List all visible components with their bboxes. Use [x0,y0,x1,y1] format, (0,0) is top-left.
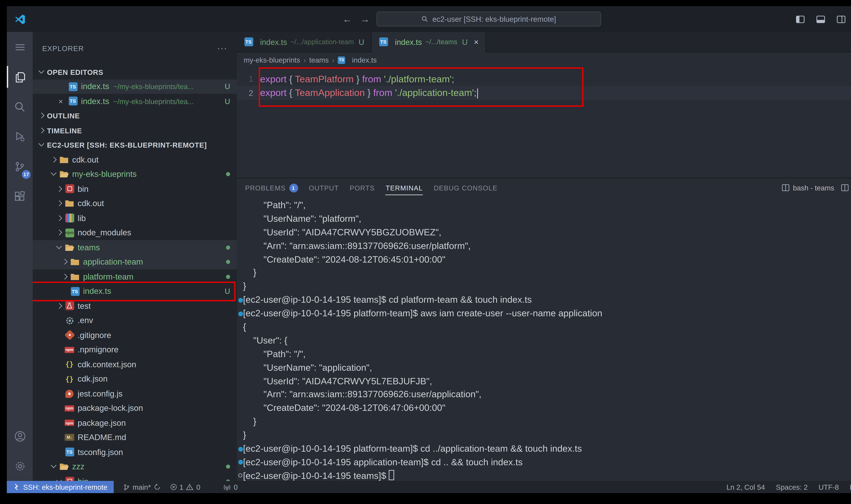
open-editor-item[interactable]: TS index.ts ~/my-eks-blueprints/tea... U [33,79,237,94]
warning-icon [186,484,194,490]
breadcrumb[interactable]: my-eks-blueprints › teams › TS index.ts [237,52,851,67]
remote-indicator[interactable]: SSH: eks-blueprint-remote [7,481,114,493]
tree-item-teams[interactable]: teams [33,240,237,255]
tree-item-npmignore[interactable]: npm.npmignore [33,342,237,357]
tab-ports[interactable]: PORTS [350,178,375,197]
branch-indicator[interactable]: main* [123,483,160,491]
nav-back-icon[interactable]: ← [343,14,352,24]
ports-indicator[interactable]: 0 [224,483,238,491]
tab-problems[interactable]: PROBLEMS1 [245,178,298,197]
untracked-badge: U [225,287,230,295]
explorer-sidebar: EXPLORER ··· OPEN EDITORS TS index.ts ~/… [33,32,237,481]
json-file-icon: {} [65,374,74,384]
breadcrumb-item[interactable]: index.ts [352,56,377,64]
tree-item-bin[interactable]: bin [33,182,237,196]
terminal-cursor [389,470,394,480]
vscode-window: ← → ec2-user [SSH: eks-blueprint-remote]… [0,0,851,504]
close-icon[interactable]: × [58,97,63,105]
tree-item-zzz-bin[interactable]: bin [33,474,237,481]
radio-tower-icon [224,483,231,491]
search-icon[interactable] [7,92,33,122]
command-pending-decoration [238,473,242,478]
npm-file-icon: npm [65,403,74,413]
folder-icon [70,257,80,267]
tab-terminal[interactable]: TERMINAL [386,178,423,197]
toggle-sidebar-icon[interactable] [790,6,810,32]
settings-gear-icon[interactable] [7,451,33,481]
toggle-panel-icon[interactable] [810,6,831,32]
tab-output[interactable]: OUTPUT [309,178,339,197]
tab-index-ts-application-team[interactable]: TS index.ts ~/.../application-team U [237,32,372,52]
toggle-secondary-sidebar-icon[interactable] [831,6,851,32]
modified-dot [226,245,230,249]
command-success-decoration [238,460,243,465]
npm-file-icon: npm [65,418,74,428]
tree-item-readme[interactable]: M↓README.md [33,430,237,445]
terminal-instance-label[interactable]: bash - teams [781,184,834,192]
node-modules-folder-icon: npm [65,228,74,237]
search-icon [421,16,429,22]
menu-icon[interactable] [7,32,33,62]
typescript-file-icon: TS [70,287,80,296]
command-success-decoration [238,298,243,303]
explorer-icon[interactable] [7,62,33,92]
problems-indicator[interactable]: 1 0 [170,483,200,491]
tab-debug-console[interactable]: DEBUG CONSOLE [434,178,498,197]
extensions-icon[interactable] [7,182,33,212]
modified-dot [226,172,230,176]
tree-item-test[interactable]: test [33,299,237,313]
account-icon[interactable] [7,421,33,451]
split-terminal-icon[interactable] [841,184,851,192]
nav-forward-icon[interactable]: → [360,14,370,24]
title-bar: ← → ec2-user [SSH: eks-blueprint-remote]… [7,6,851,32]
folder-icon [70,272,80,282]
tree-item-node-modules[interactable]: npmnode_modules [33,226,237,240]
tree-item-platform-team[interactable]: platform-team [33,269,237,284]
terminal-output[interactable]: "Path": "/", "UserName": "platform", "Us… [237,197,851,481]
tree-item-gitignore[interactable]: .gitignore [33,328,237,342]
tree-item-package-json[interactable]: npmpackage.json [33,416,237,430]
tree-item-zzz[interactable]: zzz [33,460,237,474]
cursor-position[interactable]: Ln 2, Col 54 [726,483,765,491]
tree-item-cdk-context-json[interactable]: {}cdk.context.json [33,357,237,372]
source-control-icon[interactable]: 17 [7,152,33,182]
section-timeline[interactable]: TIMELINE [33,123,237,138]
breadcrumb-item[interactable]: teams [309,56,329,64]
tree-item-lib[interactable]: lib [33,211,237,226]
tree-item-jest-config[interactable]: jest.config.js [33,386,237,401]
tree-item-cdk-out-2[interactable]: cdk.out [33,196,237,211]
encoding[interactable]: UTF-8 [818,483,839,491]
sync-icon [154,484,160,490]
explorer-more-actions-icon[interactable]: ··· [217,43,227,53]
code-editor[interactable]: 1 export { TeamPlatform } from './platfo… [237,67,851,178]
folder-icon [59,155,69,164]
section-outline[interactable]: OUTLINE [33,108,237,123]
open-editor-item[interactable]: × TS index.ts ~/my-eks-blueprints/tea...… [33,94,237,108]
tree-item-env[interactable]: .env [33,313,237,328]
editor-tab-bar: TS index.ts ~/.../application-team U TS … [237,32,851,52]
bin-folder-icon [65,476,74,481]
indentation[interactable]: Spaces: 2 [776,483,808,491]
tree-item-cdk-json[interactable]: {}cdk.json [33,372,237,386]
text-cursor [477,88,478,98]
tree-item-cdk-out[interactable]: cdk.out [33,152,237,167]
terminal-split-icon [781,184,789,192]
untracked-badge: U [225,97,230,105]
tree-item-application-team[interactable]: application-team [33,255,237,269]
section-workspace[interactable]: EC2-USER [SSH: EKS-BLUEPRINT-REMOTE] [33,138,237,152]
tree-item-index-ts[interactable]: TS index.ts U [33,284,237,299]
tab-index-ts-teams[interactable]: TS index.ts ~/.../teams U × [372,32,486,52]
command-center-search[interactable]: ec2-user [SSH: eks-blueprint-remote] [377,12,601,26]
close-tab-icon[interactable]: × [474,37,479,47]
typescript-file-icon: TS [68,96,77,106]
tree-item-tsconfig[interactable]: TStsconfig.json [33,445,237,460]
eol[interactable]: LF [850,483,851,491]
folder-icon [65,199,74,208]
tree-item-package-lock[interactable]: npmpackage-lock.json [33,401,237,416]
run-debug-icon[interactable] [7,122,33,152]
tree-item-my-eks-blueprints[interactable]: my-eks-blueprints [33,167,237,182]
breadcrumb-item[interactable]: my-eks-blueprints [244,56,300,64]
section-open-editors[interactable]: OPEN EDITORS [33,65,237,79]
command-success-decoration [238,447,243,451]
typescript-file-icon: TS [338,56,345,64]
